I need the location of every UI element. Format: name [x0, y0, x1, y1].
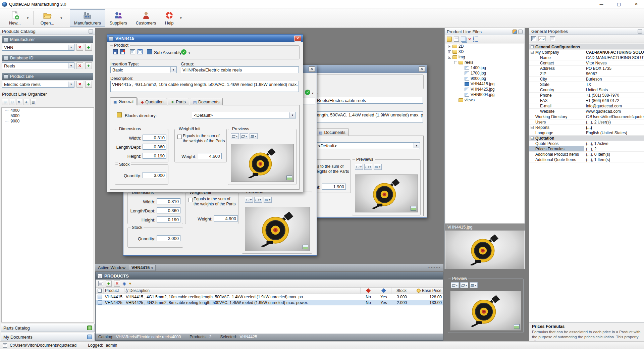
delete-icon[interactable]	[468, 37, 471, 42]
preview-view-button[interactable]	[240, 133, 248, 139]
tree-item[interactable]: VHN4425.jpg	[445, 87, 524, 92]
property-row[interactable]: Quotation	[529, 136, 644, 141]
new-button[interactable]: New...	[5, 9, 25, 27]
quantity-field[interactable]: 2.000	[157, 235, 180, 241]
preview-view-button[interactable]	[245, 197, 253, 203]
expander-icon[interactable]	[531, 137, 534, 140]
preview-view-button[interactable]	[231, 133, 239, 139]
property-value[interactable]: TX	[584, 82, 644, 87]
organizer-tree-item[interactable]: 4000	[2, 108, 94, 113]
help-dropdown-arrow[interactable]	[178, 9, 183, 27]
chevron-down-icon[interactable]	[68, 63, 74, 68]
organizer-tree-item[interactable]: 9000	[2, 118, 94, 124]
dialog-tab[interactable]: Parts	[168, 98, 189, 105]
products-table-header[interactable]: Product Description Stock Base Price	[96, 288, 443, 294]
add-product-button[interactable]	[106, 281, 112, 287]
preview-source-button[interactable]	[374, 164, 382, 170]
maximize-button[interactable]	[611, 0, 627, 8]
parts-catalog-bar[interactable]: Parts Catalog	[1, 324, 95, 332]
property-row[interactable]: General Configurations	[529, 44, 644, 50]
tree-item[interactable]: views	[445, 97, 524, 103]
chevron-down-icon[interactable]	[312, 90, 314, 95]
customers-button[interactable]: Customers	[131, 9, 160, 27]
tab-documents[interactable]: Documents	[316, 129, 349, 136]
database-delete-button[interactable]	[76, 62, 83, 69]
open-button[interactable]: Open...	[36, 9, 59, 27]
tree-expander-icon[interactable]	[448, 56, 451, 59]
property-value[interactable]: 96067	[584, 71, 644, 76]
active-window-selector[interactable]: VHN4415	[129, 265, 156, 271]
chevron-down-icon[interactable]	[414, 143, 419, 148]
insertion-type-combo[interactable]: Basic	[110, 66, 177, 73]
weight-field[interactable]: 1.900	[322, 184, 346, 190]
preview-source-button[interactable]	[470, 282, 478, 288]
product-line-add-button[interactable]	[85, 81, 92, 88]
preview-source-button[interactable]	[250, 133, 258, 139]
tree-item[interactable]: 1400.jpg	[445, 65, 524, 70]
property-value[interactable]: English (United States)	[584, 130, 644, 135]
render-icon[interactable]	[513, 30, 517, 34]
organizer-add-icon[interactable]: ✚	[23, 99, 29, 105]
panel-pin-icon[interactable]	[638, 29, 642, 34]
property-row[interactable]: Working Directory C:\Users\Vitor\Documen…	[529, 114, 644, 119]
organizer-tree-item[interactable]: 5000	[2, 113, 94, 118]
sum-weights-checkbox[interactable]	[177, 135, 182, 139]
panel-pin-icon[interactable]	[89, 29, 93, 34]
blocks-directory-combo[interactable]: <Default>	[316, 142, 420, 149]
preview-view-button[interactable]	[254, 197, 262, 203]
dialog-close-button[interactable]	[419, 66, 425, 72]
property-value[interactable]: C:\Users\Vitor\Documents\quotecad	[584, 114, 644, 119]
help-button[interactable]: Help	[160, 9, 178, 27]
manufacturer-add-button[interactable]	[85, 44, 92, 51]
manufacturer-combo[interactable]: VHN	[2, 44, 74, 51]
save-icon[interactable]	[113, 49, 118, 54]
property-row[interactable]: E-mail info@quotecad.com	[529, 103, 644, 109]
length-field[interactable]: 0.360	[143, 144, 166, 150]
property-row[interactable]: State TX	[529, 82, 644, 87]
property-value[interactable]: CAD-MANUFACTURING SOLUTI	[584, 55, 644, 60]
property-row[interactable]: Website www.quotecad.com	[529, 109, 644, 114]
new-dropdown-arrow[interactable]	[25, 9, 31, 27]
property-value[interactable]: +1 (501) 588-7970	[584, 93, 644, 98]
organizer-move-icon[interactable]: ⇅	[16, 99, 22, 105]
tree-item[interactable]: VHN9004.jpg	[445, 92, 524, 97]
group-field[interactable]: VHN/Reels/Electric cable reels	[181, 66, 299, 73]
stock-column-header[interactable]: Stock	[391, 288, 408, 294]
copy-icon[interactable]	[461, 37, 466, 42]
property-row[interactable]: Prices Formulas (...), 2	[529, 146, 644, 152]
dialog-tab[interactable]: General	[110, 97, 137, 105]
select-icon[interactable]	[473, 37, 478, 42]
dialog-close-button[interactable]	[309, 66, 315, 72]
property-value[interactable]: (...), 2 User(s)	[584, 119, 644, 124]
minimize-button[interactable]	[594, 0, 609, 8]
dialog-tab[interactable]: Quotation	[138, 98, 167, 105]
width-field[interactable]: 0.310	[157, 198, 180, 204]
expander-icon[interactable]	[531, 45, 534, 48]
manufacturer-delete-button[interactable]	[76, 44, 83, 51]
preview-view-button[interactable]	[355, 164, 363, 170]
property-value[interactable]: (...), 1 Item(s)	[584, 157, 644, 162]
new-folder-icon[interactable]	[447, 37, 452, 42]
database-combo[interactable]: Reels	[2, 62, 74, 69]
width-field[interactable]: 0.310	[143, 135, 166, 141]
tree-item[interactable]: 2D	[445, 44, 524, 49]
product-line-delete-button[interactable]	[76, 81, 83, 88]
product-line-combo[interactable]: Electric cable reels	[2, 81, 74, 88]
table-view-icon[interactable]	[130, 49, 135, 54]
tree-item[interactable]: img	[445, 54, 524, 60]
new-file-icon[interactable]	[454, 37, 459, 42]
property-row[interactable]: Contact Vitor Neves	[529, 60, 644, 66]
close-button[interactable]	[629, 0, 644, 8]
property-row[interactable]: FAX +1 (866) 646-0172	[529, 98, 644, 103]
expander-icon[interactable]	[531, 126, 534, 129]
property-row[interactable]: Additional Quote Items (...), 1 Item(s)	[529, 157, 644, 162]
expander-icon[interactable]	[531, 51, 534, 54]
tree-expander-icon[interactable]	[448, 50, 451, 53]
property-row[interactable]: Phone +1 (501) 588-7970	[529, 93, 644, 98]
property-row[interactable]: Country United Stats	[529, 87, 644, 93]
property-row[interactable]: Additional Product Items (...), 0 Item(s…	[529, 152, 644, 157]
property-value[interactable]: (...), 0 Item(s)	[584, 152, 644, 157]
property-value[interactable]: (...), 1 Active	[584, 141, 644, 146]
delete-product-button[interactable]	[114, 281, 120, 287]
weight-field[interactable]: 4.900	[214, 215, 238, 221]
